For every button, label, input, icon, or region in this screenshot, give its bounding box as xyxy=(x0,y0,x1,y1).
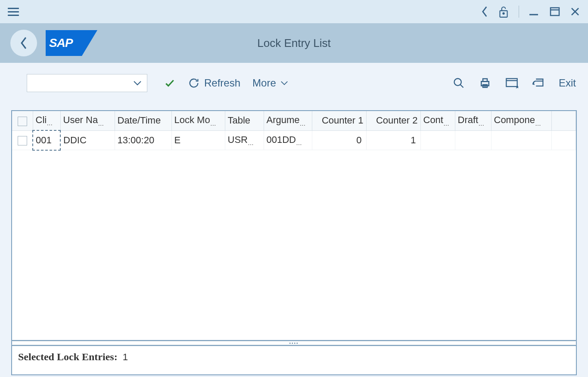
status-count: 1 xyxy=(123,352,128,362)
col-client[interactable]: Cli xyxy=(33,111,60,130)
chevron-down-icon xyxy=(280,80,288,86)
search-icon xyxy=(453,77,465,89)
status-panel: Selected Lock Entries: 1 xyxy=(11,345,577,375)
col-select-all[interactable] xyxy=(12,111,33,130)
col-counter1[interactable]: Counter 1 xyxy=(312,111,366,130)
unlock-icon[interactable] xyxy=(498,5,509,18)
table-header-row: Cli User Na Date/Time Lock Mo Table Argu… xyxy=(12,111,576,130)
divider xyxy=(519,6,519,18)
col-draft[interactable]: Draft xyxy=(455,111,491,130)
cell-counter2[interactable]: 1 xyxy=(366,130,420,150)
chevron-down-icon xyxy=(133,80,142,86)
toolbar: Refresh More ★ Exit xyxy=(0,63,588,103)
print-button[interactable] xyxy=(479,77,492,90)
svg-rect-3 xyxy=(551,8,559,15)
cell-argument[interactable]: 001DD xyxy=(264,130,312,150)
cell-draft[interactable] xyxy=(455,130,491,150)
back-button[interactable] xyxy=(10,30,37,56)
splitter-handle[interactable]: •••• xyxy=(11,341,577,345)
table-row[interactable]: 001 DDIC 13:00:20 E USR 001DD 0 1 xyxy=(12,130,576,150)
col-argument[interactable]: Argume xyxy=(264,111,312,130)
cell-user-name[interactable]: DDIC xyxy=(60,130,115,150)
exit-button[interactable]: Exit xyxy=(559,77,576,89)
minimize-icon[interactable] xyxy=(529,6,540,17)
sap-logo: SAP xyxy=(46,30,97,56)
refresh-button[interactable]: Refresh xyxy=(188,77,240,89)
search-button[interactable] xyxy=(453,77,465,89)
maximize-icon[interactable] xyxy=(549,6,560,17)
chevron-left-icon[interactable] xyxy=(481,6,488,18)
svg-rect-10 xyxy=(483,79,487,81)
print-icon xyxy=(479,77,492,90)
col-user-name[interactable]: User Na xyxy=(60,111,115,130)
cell-client[interactable]: 001 xyxy=(33,130,60,150)
content-area: Cli User Na Date/Time Lock Mo Table Argu… xyxy=(0,103,588,377)
col-date-time[interactable]: Date/Time xyxy=(115,111,171,130)
svg-point-1 xyxy=(503,13,504,14)
row-checkbox-cell[interactable] xyxy=(12,130,33,150)
more-label: More xyxy=(252,77,276,89)
col-table[interactable]: Table xyxy=(225,111,264,130)
close-window-button[interactable] xyxy=(532,77,545,89)
col-counter2[interactable]: Counter 2 xyxy=(366,111,420,130)
cell-component[interactable] xyxy=(491,130,551,150)
check-icon xyxy=(164,77,176,89)
col-spacer xyxy=(551,111,576,130)
cell-table[interactable]: USR xyxy=(225,130,264,150)
close-icon[interactable] xyxy=(570,6,580,17)
refresh-icon xyxy=(188,77,200,89)
new-window-button[interactable]: ★ xyxy=(505,77,518,89)
window-star-icon: ★ xyxy=(505,77,518,89)
col-lock-mode[interactable]: Lock Mo xyxy=(171,111,225,130)
accept-button[interactable] xyxy=(164,77,176,89)
cell-date-time[interactable]: 13:00:20 xyxy=(115,130,171,150)
cell-cont[interactable] xyxy=(420,130,455,150)
lock-entry-table-container: Cli User Na Date/Time Lock Mo Table Argu… xyxy=(11,110,577,341)
checkbox[interactable] xyxy=(18,136,27,145)
svg-line-8 xyxy=(460,85,463,88)
refresh-label: Refresh xyxy=(204,77,240,89)
col-component[interactable]: Compone xyxy=(491,111,551,130)
cell-counter1[interactable]: 0 xyxy=(312,130,366,150)
page-title: Lock Entry List xyxy=(257,37,331,50)
checkbox[interactable] xyxy=(18,117,27,126)
window-chrome xyxy=(0,0,588,23)
status-label: Selected Lock Entries: xyxy=(18,351,118,362)
sap-logo-text: SAP xyxy=(49,36,73,50)
cell-spacer xyxy=(551,130,576,150)
cell-lock-mode[interactable]: E xyxy=(171,130,225,150)
title-bar: SAP Lock Entry List xyxy=(0,23,588,63)
more-button[interactable]: More xyxy=(252,77,288,89)
svg-point-7 xyxy=(454,79,461,86)
svg-text:★: ★ xyxy=(515,84,518,89)
col-cont[interactable]: Cont xyxy=(420,111,455,130)
menu-icon[interactable] xyxy=(8,8,19,16)
command-field[interactable] xyxy=(27,74,147,92)
window-arrow-icon xyxy=(532,77,545,89)
lock-entry-table: Cli User Na Date/Time Lock Mo Table Argu… xyxy=(12,111,576,151)
